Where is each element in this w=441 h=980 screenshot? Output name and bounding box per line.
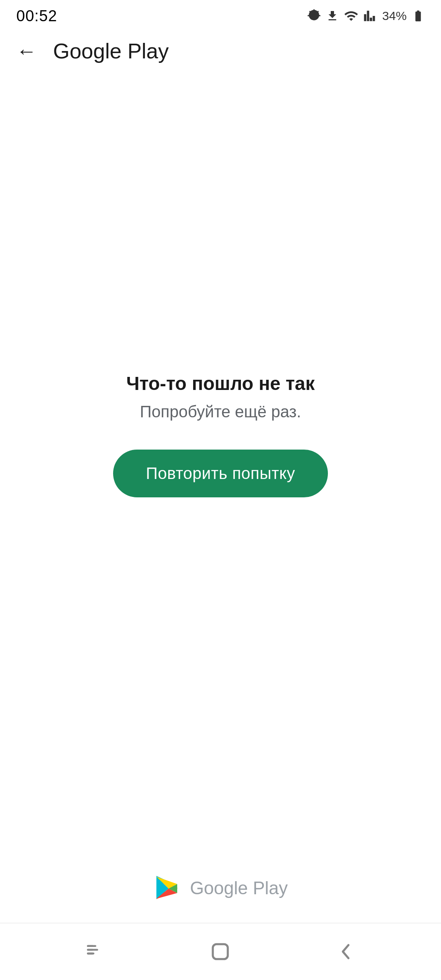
recents-icon bbox=[84, 940, 107, 963]
error-title: Что-то пошло не так bbox=[126, 372, 314, 394]
nav-back-icon bbox=[334, 940, 357, 963]
error-subtitle: Попробуйте ещё раз. bbox=[140, 403, 301, 421]
status-bar: 00:52 34% bbox=[0, 0, 441, 29]
battery-text: 34% bbox=[382, 9, 407, 23]
status-icons: 34% bbox=[307, 9, 425, 23]
wifi-icon bbox=[344, 9, 359, 23]
download-icon bbox=[326, 9, 339, 22]
app-bar-title: Google Play bbox=[53, 39, 169, 63]
nav-back-button[interactable] bbox=[325, 935, 366, 968]
retry-button[interactable]: Повторить попытку bbox=[113, 450, 327, 497]
alarm-icon bbox=[307, 9, 321, 23]
home-icon bbox=[209, 940, 232, 963]
app-bar: ← Google Play bbox=[0, 29, 441, 74]
nav-bar bbox=[0, 923, 441, 980]
svg-rect-11 bbox=[213, 944, 228, 959]
back-arrow-icon: ← bbox=[16, 41, 37, 61]
branding-label: Google Play bbox=[190, 878, 288, 898]
signal-icon bbox=[363, 9, 377, 23]
battery-icon bbox=[412, 9, 425, 22]
google-play-logo bbox=[153, 874, 182, 902]
main-content: Что-то пошло не так Попробуйте ещё раз. … bbox=[0, 74, 441, 862]
nav-home-button[interactable] bbox=[200, 935, 241, 968]
bottom-branding: Google Play bbox=[0, 862, 441, 923]
status-time: 00:52 bbox=[16, 7, 57, 25]
nav-recents-button[interactable] bbox=[75, 935, 116, 968]
back-button[interactable]: ← bbox=[12, 37, 41, 65]
